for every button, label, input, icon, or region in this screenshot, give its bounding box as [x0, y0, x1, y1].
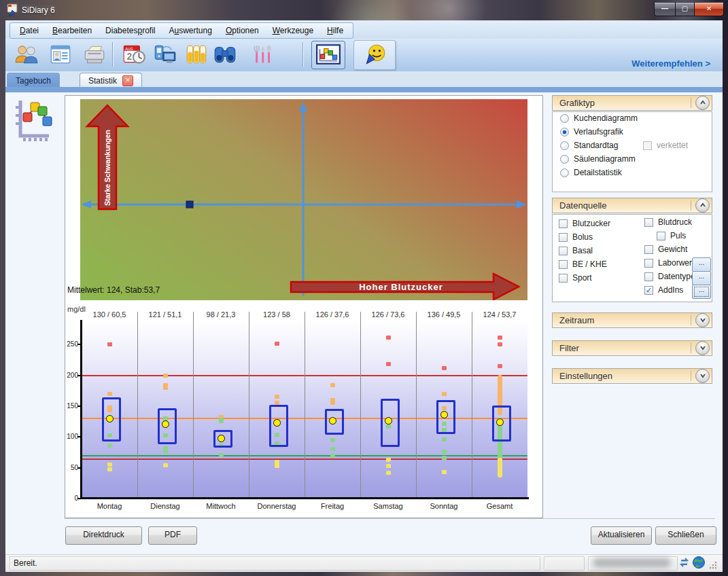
day-label: Samstag: [361, 502, 415, 510]
collapse-chevron-button[interactable]: [695, 198, 710, 213]
tab-label: Statistik: [88, 76, 117, 86]
checkbox-gewicht[interactable]: [644, 245, 653, 254]
day-label: Sonntag: [417, 502, 471, 510]
panel-header-grafiktyp[interactable]: Grafiktyp: [552, 95, 712, 111]
expand-chevron-button[interactable]: [695, 369, 710, 383]
tab-statistik[interactable]: Statistik✕: [80, 73, 142, 88]
pdf-button[interactable]: PDF: [148, 526, 197, 545]
radio-säulendiagramm[interactable]: [560, 155, 569, 164]
chevron-down-icon: [699, 314, 707, 327]
collapse-chevron-button[interactable]: [695, 96, 710, 110]
panel-header-zeitraum[interactable]: Zeitraum: [552, 312, 712, 328]
toolbar-feedback-smiley-button[interactable]: [353, 40, 396, 70]
panel-title: Einstellungen: [559, 371, 691, 381]
more-button-datentypen[interactable]: ...: [692, 271, 711, 285]
menu-item-hilfe[interactable]: Hilfe: [320, 24, 350, 37]
stability-quadrant-chart: Starke SchwankungenHoher Blutzucker: [80, 99, 527, 300]
checkbox-blutdruck[interactable]: [644, 218, 653, 227]
toolbar-users-button[interactable]: [10, 41, 44, 69]
column-separator: [472, 312, 472, 499]
menu-item-auswertung[interactable]: Auswertung: [162, 24, 219, 37]
statusbar-cell: [544, 556, 585, 571]
lab-tubes-icon: [184, 43, 209, 67]
y-axis: [80, 320, 82, 499]
checkbox-label: Sport: [572, 273, 592, 283]
day-stat-header: 98 / 21,3: [194, 310, 248, 319]
checkbox-laborwerte[interactable]: [644, 259, 653, 268]
panel-header-divider: [691, 315, 691, 325]
chart-caption: Mittelwert: 124, Stab:53,7: [67, 285, 160, 295]
checkbox-label: Basal: [572, 246, 593, 255]
toolbar-calendar-clock-button[interactable]: AUG2: [117, 41, 151, 69]
close-icon[interactable]: ✕: [122, 75, 133, 86]
checkbox-be-khe[interactable]: [559, 260, 568, 269]
checkbox-blutzucker[interactable]: [559, 219, 568, 228]
resize-grip[interactable]: [709, 560, 717, 572]
schliessen-button[interactable]: Schließen: [655, 526, 716, 545]
checkbox-sport[interactable]: [559, 274, 568, 283]
day-stat-header: 124 / 53,7: [472, 310, 527, 319]
panel-title: Datenquelle: [559, 200, 691, 211]
panel-header-einstellungen[interactable]: Einstellungen: [552, 368, 712, 384]
value-marker-orange: [163, 383, 168, 390]
menu-item-optionen[interactable]: Optionen: [219, 24, 266, 37]
checkbox-verkettet[interactable]: [643, 141, 652, 150]
more-button-laborwerte[interactable]: ...: [692, 257, 711, 272]
value-marker-red: [107, 342, 112, 346]
checkbox-datentypen[interactable]: [644, 272, 653, 281]
close-button[interactable]: ✕: [694, 2, 724, 16]
sync-icon[interactable]: [679, 557, 689, 571]
tab-bar-strip: [5, 87, 723, 92]
toolbar-patient-record-button[interactable]: [44, 41, 77, 69]
value-marker-yellow: [386, 471, 391, 475]
value-marker-orange: [330, 383, 335, 387]
mean-dot: [329, 417, 336, 425]
menu-item-werkzeuge[interactable]: Werkzeuge: [266, 24, 320, 37]
aktualisieren-button[interactable]: Aktualisieren: [591, 526, 652, 545]
value-marker-green: [219, 453, 224, 457]
menu-item-datei[interactable]: Datei: [13, 24, 46, 37]
globe-icon[interactable]: [692, 556, 706, 572]
toolbar-statistics-button[interactable]: [311, 41, 345, 69]
checkbox-basal[interactable]: [559, 247, 568, 255]
checkbox-addins[interactable]: ✓: [644, 286, 653, 295]
value-marker-green: [330, 438, 335, 442]
menu-item-diabetesprofil[interactable]: Diabetesprofil: [99, 24, 162, 37]
checkbox-label: AddIns: [658, 285, 683, 295]
value-marker-yellow: [107, 463, 112, 467]
panel-header-divider: [691, 343, 691, 353]
expand-chevron-button[interactable]: [695, 313, 710, 327]
radio-detailstatistik[interactable]: [560, 168, 569, 177]
toolbar-printer-button[interactable]: [77, 41, 111, 69]
tab-label: Tagebuch: [16, 76, 51, 86]
y-tick-label: 150: [65, 402, 78, 410]
expand-chevron-button[interactable]: [695, 341, 710, 355]
calendar-clock-icon: AUG2: [121, 43, 147, 67]
tab-tagebuch[interactable]: Tagebuch: [7, 73, 60, 88]
checkbox-puls[interactable]: [657, 232, 665, 240]
direktdruck-button[interactable]: Direktdruck: [65, 526, 142, 545]
checkbox-label: Gewicht: [658, 245, 687, 254]
minimize-button[interactable]: —: [654, 2, 676, 16]
radio-standardtag[interactable]: [560, 141, 569, 150]
toolbar-binoculars-button[interactable]: [208, 41, 242, 69]
toolbar-device-sync-button[interactable]: [148, 41, 182, 69]
statusbar-message-cell: [10, 556, 540, 571]
menu-item-bearbeiten[interactable]: Bearbeiten: [46, 24, 99, 37]
graphtype-panel-body: [552, 111, 712, 192]
toolbar-nutrition-button[interactable]: [245, 41, 279, 69]
panel-header-divider: [691, 98, 691, 108]
radio-verlaufsgrafik[interactable]: [560, 128, 569, 137]
radio-kuchendiagramm[interactable]: [560, 114, 569, 123]
mean-dot: [440, 411, 448, 418]
day-stat-header: 121 / 51,1: [138, 310, 192, 319]
panel-header-datenquelle[interactable]: Datenquelle: [552, 198, 712, 213]
panel-title: Filter: [559, 343, 691, 353]
maximize-button[interactable]: ▢: [675, 2, 695, 16]
more-button-addins[interactable]: ...: [692, 285, 711, 299]
checkbox-bolus[interactable]: [559, 233, 568, 242]
panel-header-filter[interactable]: Filter: [552, 340, 712, 356]
mean-dot: [162, 420, 169, 428]
value-marker-orange: [442, 392, 447, 396]
recommend-link[interactable]: Weiterempfehlen >: [631, 58, 710, 69]
